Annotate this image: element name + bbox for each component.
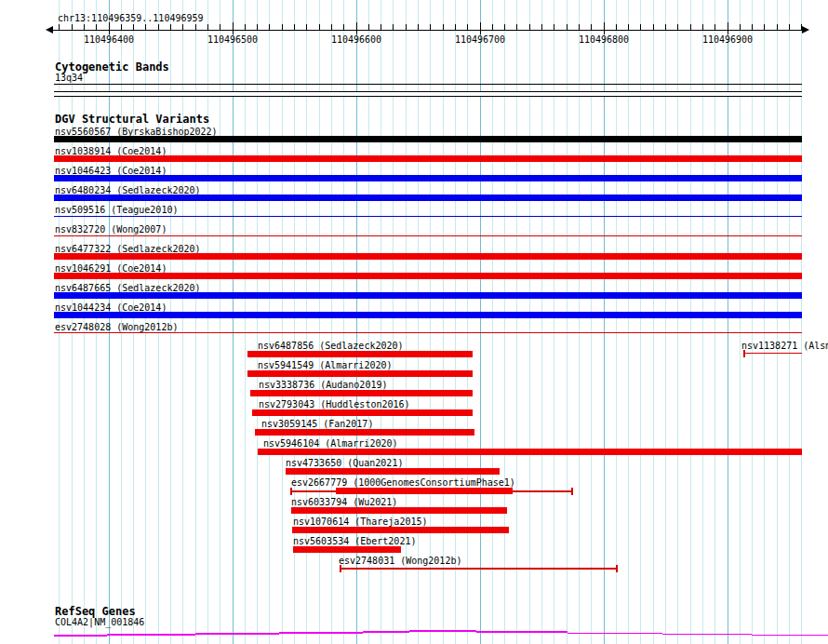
ruler-minor-tick [567,24,568,30]
variant-label[interactable]: nsv5946104 (Almarri2020) [263,438,398,449]
variant-hairline[interactable] [54,216,802,218]
gene-line-segment[interactable] [107,634,195,636]
ruler-major-tick-below [356,31,357,34]
ruler-minor-tick [677,24,678,30]
variant-bar[interactable] [54,253,802,260]
ruler-minor-tick [752,24,753,30]
gene-line-segment[interactable] [363,631,409,633]
ruler-minor-tick [777,24,778,30]
ruler-minor-tick [207,24,208,30]
ruler-minor-tick [393,24,394,30]
gene-line-segment[interactable] [195,633,279,635]
variant-label[interactable]: esv2667779 (1000GenomesConsortiumPhase1) [291,477,515,488]
ruler-minor-tick [220,24,220,30]
variant-range-right-tick [616,565,618,572]
ruler-minor-tick [182,24,183,30]
variant-label[interactable]: nsv6033794 (Wu2021) [291,497,397,507]
ruler-major-tick-below [480,31,481,34]
variant-label[interactable]: nsv5603534 (Ebert2021) [293,536,416,546]
variant-hairline[interactable] [54,332,802,334]
variant-bar[interactable] [252,409,473,416]
ruler-minor-tick [714,24,715,30]
ruler-major-tick-below [233,31,234,34]
ruler-minor-tick [740,24,741,30]
ruler-major-tick [480,22,481,30]
variant-bar[interactable] [255,429,474,436]
ruler-left-arrow-icon [46,26,53,34]
variant-label[interactable]: nsv509516 (Teague2010) [55,205,178,215]
variant-label[interactable]: nsv3059145 (Fan2017) [261,419,373,429]
variant-range-line[interactable] [340,568,617,570]
variant-bar[interactable] [54,195,802,201]
variant-bar[interactable] [54,273,802,279]
variant-label[interactable]: nsv832720 (Wong2007) [55,224,167,235]
variant-range-left-tick [290,488,292,495]
ruler-minor-tick [269,24,270,30]
ruler-minor-tick [628,24,629,30]
gene-line-segment[interactable] [752,635,828,637]
ruler-minor-tick [121,24,122,30]
ruler-minor-tick [158,24,159,30]
gene-line-segment[interactable] [279,632,363,634]
variant-bar[interactable] [286,468,500,475]
variant-bar[interactable] [54,312,802,318]
variant-label[interactable]: nsv5941549 (Almarri2020) [258,360,393,370]
gene-line-segment[interactable] [476,631,568,633]
gene-line-segment[interactable] [54,635,107,637]
variant-label[interactable]: esv2748031 (Wong2012b) [339,556,461,566]
ruler-minor-tick [579,24,580,30]
ruler-minor-tick [616,24,617,30]
ruler-minor-tick [96,24,97,30]
section-header-dgv-structural-variants: DGV Structural Variants [55,114,209,126]
ruler-minor-tick [195,24,196,30]
variant-label[interactable]: nsv2793043 (Huddleston2016) [259,399,410,409]
ruler-minor-tick [319,24,320,30]
variant-bar[interactable] [54,175,802,181]
variant-bar[interactable] [258,449,802,455]
variant-bar[interactable] [336,488,513,494]
ruler-minor-tick [591,24,592,30]
variant-bar[interactable] [54,136,802,142]
variant-bar[interactable] [292,527,509,533]
refseq-gene-label[interactable]: COL4A2|NM_001846 [55,617,144,627]
variant-hairline[interactable] [54,235,802,237]
variant-bar[interactable] [247,370,473,377]
variant-label[interactable]: nsv1070614 (Thareja2015) [293,517,428,527]
ruler-major-tick [604,22,605,30]
ruler-major-tick [728,22,728,30]
gene-line-segment[interactable] [568,633,662,635]
ruler-tick-label: 110496800 [579,34,629,45]
ruler-minor-tick [133,24,134,30]
gene-line-segment[interactable] [409,630,476,632]
ruler-minor-tick [331,24,332,30]
variant-label[interactable]: nsv4733650 (Quan2021) [286,458,403,468]
ruler-major-tick [109,22,110,30]
ruler-minor-tick [702,24,703,30]
variant-range-line[interactable] [743,353,802,355]
variant-bar[interactable] [293,546,401,553]
variant-bar[interactable] [54,155,802,162]
ruler-minor-tick [59,24,60,30]
variant-bar[interactable] [247,351,473,357]
cytoband-label[interactable]: 13q34 [55,73,83,83]
variant-bar[interactable] [250,390,473,396]
variant-label[interactable]: nsv3338736 (Audano2019) [259,380,387,390]
ruler-major-tick [356,22,357,30]
cytoband-box[interactable] [54,91,802,97]
ruler-minor-tick [467,24,468,30]
variant-bar[interactable] [291,507,507,514]
ruler-tick-label: 110496700 [455,34,505,45]
variant-bar[interactable] [54,292,802,299]
variant-label[interactable]: esv2748028 (Wong2012b) [55,322,178,332]
variant-label[interactable]: nsv1138271 (Alsm [741,341,828,351]
ruler-minor-tick [170,24,171,30]
ruler-minor-tick [84,24,85,30]
ruler-minor-tick [430,24,431,30]
gene-line-segment[interactable] [662,634,752,636]
variant-label[interactable]: nsv6487856 (Sedlazeck2020) [258,341,404,351]
ruler-tick-label: 110496600 [331,34,381,45]
ruler-minor-tick [789,24,790,30]
ruler-minor-tick [306,24,307,30]
ruler-minor-tick [504,24,505,30]
ruler-major-tick-below [109,31,110,34]
